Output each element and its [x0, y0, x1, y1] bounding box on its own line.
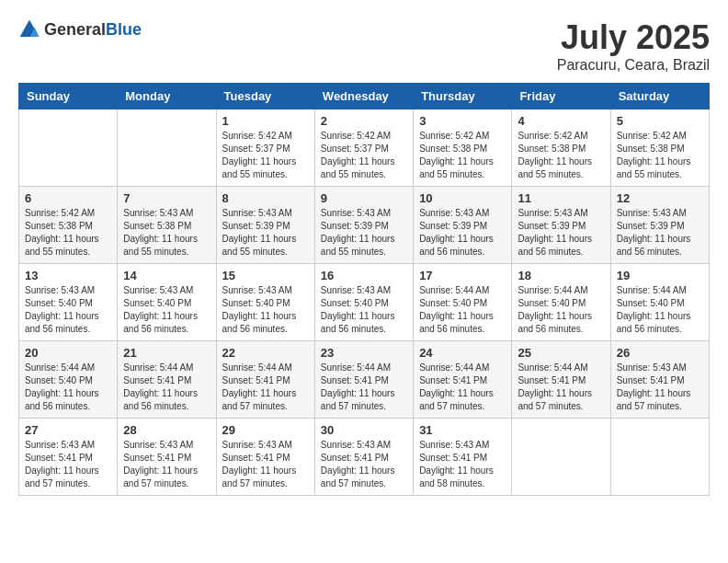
day-info: Sunrise: 5:43 AM Sunset: 5:38 PM Dayligh… — [123, 207, 210, 259]
calendar-cell: 15Sunrise: 5:43 AM Sunset: 5:40 PM Dayli… — [216, 264, 314, 341]
calendar-cell: 8Sunrise: 5:43 AM Sunset: 5:39 PM Daylig… — [216, 187, 314, 264]
day-info: Sunrise: 5:43 AM Sunset: 5:39 PM Dayligh… — [617, 207, 703, 259]
day-number: 27 — [25, 423, 111, 437]
calendar-cell: 3Sunrise: 5:42 AM Sunset: 5:38 PM Daylig… — [414, 109, 512, 187]
page-header: GeneralBlue July 2025 Paracuru, Ceara, B… — [18, 18, 710, 74]
calendar-cell: 13Sunrise: 5:43 AM Sunset: 5:40 PM Dayli… — [19, 264, 118, 341]
weekday-header-thursday: Thursday — [414, 84, 512, 109]
day-number: 13 — [25, 269, 111, 282]
calendar-cell: 22Sunrise: 5:44 AM Sunset: 5:41 PM Dayli… — [216, 341, 314, 419]
day-info: Sunrise: 5:44 AM Sunset: 5:40 PM Dayligh… — [617, 284, 703, 336]
calendar-cell: 2Sunrise: 5:42 AM Sunset: 5:37 PM Daylig… — [314, 109, 413, 187]
day-number: 21 — [123, 346, 210, 360]
day-info: Sunrise: 5:43 AM Sunset: 5:41 PM Dayligh… — [419, 439, 506, 490]
calendar-cell: 7Sunrise: 5:43 AM Sunset: 5:38 PM Daylig… — [118, 187, 216, 264]
week-row-2: 13Sunrise: 5:43 AM Sunset: 5:40 PM Dayli… — [19, 264, 710, 341]
calendar-cell: 14Sunrise: 5:43 AM Sunset: 5:40 PM Dayli… — [118, 264, 216, 341]
day-number: 17 — [419, 269, 506, 282]
day-info: Sunrise: 5:44 AM Sunset: 5:41 PM Dayligh… — [518, 362, 604, 413]
weekday-header-monday: Monday — [118, 84, 216, 109]
day-info: Sunrise: 5:43 AM Sunset: 5:39 PM Dayligh… — [518, 207, 604, 259]
calendar-cell: 24Sunrise: 5:44 AM Sunset: 5:41 PM Dayli… — [414, 341, 512, 419]
day-info: Sunrise: 5:43 AM Sunset: 5:40 PM Dayligh… — [321, 284, 407, 336]
day-info: Sunrise: 5:43 AM Sunset: 5:41 PM Dayligh… — [617, 362, 703, 413]
calendar-cell: 25Sunrise: 5:44 AM Sunset: 5:41 PM Dayli… — [512, 341, 610, 419]
day-number: 2 — [321, 114, 407, 128]
week-row-0: 1Sunrise: 5:42 AM Sunset: 5:37 PM Daylig… — [19, 109, 710, 187]
location-title: Paracuru, Ceara, Brazil — [557, 57, 710, 74]
day-info: Sunrise: 5:44 AM Sunset: 5:41 PM Dayligh… — [222, 362, 309, 413]
day-info: Sunrise: 5:43 AM Sunset: 5:40 PM Dayligh… — [25, 284, 111, 336]
day-number: 29 — [222, 423, 309, 437]
day-info: Sunrise: 5:43 AM Sunset: 5:41 PM Dayligh… — [123, 439, 210, 490]
day-number: 12 — [617, 191, 703, 205]
day-number: 20 — [25, 346, 111, 360]
calendar-cell: 5Sunrise: 5:42 AM Sunset: 5:38 PM Daylig… — [610, 109, 709, 187]
day-info: Sunrise: 5:42 AM Sunset: 5:38 PM Dayligh… — [518, 130, 604, 181]
calendar-cell: 10Sunrise: 5:43 AM Sunset: 5:39 PM Dayli… — [414, 187, 512, 264]
weekday-header-row: SundayMondayTuesdayWednesdayThursdayFrid… — [19, 84, 710, 109]
day-number: 9 — [321, 191, 407, 205]
calendar-cell: 31Sunrise: 5:43 AM Sunset: 5:41 PM Dayli… — [414, 419, 512, 496]
day-info: Sunrise: 5:42 AM Sunset: 5:38 PM Dayligh… — [25, 207, 111, 259]
title-section: July 2025 Paracuru, Ceara, Brazil — [557, 18, 710, 74]
month-title: July 2025 — [557, 18, 710, 57]
day-info: Sunrise: 5:44 AM Sunset: 5:40 PM Dayligh… — [419, 284, 506, 336]
day-info: Sunrise: 5:44 AM Sunset: 5:41 PM Dayligh… — [321, 362, 407, 413]
week-row-1: 6Sunrise: 5:42 AM Sunset: 5:38 PM Daylig… — [19, 187, 710, 264]
calendar-cell: 6Sunrise: 5:42 AM Sunset: 5:38 PM Daylig… — [19, 187, 118, 264]
calendar-cell: 23Sunrise: 5:44 AM Sunset: 5:41 PM Dayli… — [314, 341, 413, 419]
logo-blue: Blue — [106, 20, 142, 39]
calendar-cell: 19Sunrise: 5:44 AM Sunset: 5:40 PM Dayli… — [610, 264, 709, 341]
weekday-header-wednesday: Wednesday — [314, 84, 413, 109]
week-row-3: 20Sunrise: 5:44 AM Sunset: 5:40 PM Dayli… — [19, 341, 710, 419]
day-number: 23 — [321, 346, 407, 360]
day-number: 26 — [617, 346, 703, 360]
logo: GeneralBlue — [18, 18, 142, 40]
day-number: 25 — [518, 346, 604, 360]
calendar-cell: 27Sunrise: 5:43 AM Sunset: 5:41 PM Dayli… — [19, 419, 118, 496]
calendar-cell: 12Sunrise: 5:43 AM Sunset: 5:39 PM Dayli… — [610, 187, 709, 264]
weekday-header-saturday: Saturday — [610, 84, 709, 109]
day-info: Sunrise: 5:42 AM Sunset: 5:38 PM Dayligh… — [419, 130, 506, 181]
day-number: 4 — [518, 114, 604, 128]
calendar-cell: 9Sunrise: 5:43 AM Sunset: 5:39 PM Daylig… — [314, 187, 413, 264]
calendar-cell — [512, 419, 610, 496]
calendar-cell: 29Sunrise: 5:43 AM Sunset: 5:41 PM Dayli… — [216, 419, 314, 496]
day-number: 6 — [25, 191, 111, 205]
calendar-cell: 1Sunrise: 5:42 AM Sunset: 5:37 PM Daylig… — [216, 109, 314, 187]
calendar-cell — [19, 109, 118, 187]
day-info: Sunrise: 5:42 AM Sunset: 5:37 PM Dayligh… — [222, 130, 309, 181]
day-info: Sunrise: 5:43 AM Sunset: 5:39 PM Dayligh… — [222, 207, 309, 259]
day-info: Sunrise: 5:43 AM Sunset: 5:41 PM Dayligh… — [222, 439, 309, 490]
logo-text: GeneralBlue — [44, 20, 142, 40]
day-number: 15 — [222, 269, 309, 282]
weekday-header-sunday: Sunday — [19, 84, 118, 109]
calendar-cell — [610, 419, 709, 496]
day-info: Sunrise: 5:44 AM Sunset: 5:41 PM Dayligh… — [419, 362, 506, 413]
calendar-cell: 28Sunrise: 5:43 AM Sunset: 5:41 PM Dayli… — [118, 419, 216, 496]
calendar-cell — [118, 109, 216, 187]
day-number: 14 — [123, 269, 210, 282]
calendar-cell: 4Sunrise: 5:42 AM Sunset: 5:38 PM Daylig… — [512, 109, 610, 187]
day-info: Sunrise: 5:42 AM Sunset: 5:37 PM Dayligh… — [321, 130, 407, 181]
day-info: Sunrise: 5:43 AM Sunset: 5:39 PM Dayligh… — [321, 207, 407, 259]
day-number: 31 — [419, 423, 506, 437]
calendar-cell: 11Sunrise: 5:43 AM Sunset: 5:39 PM Dayli… — [512, 187, 610, 264]
day-number: 5 — [617, 114, 703, 128]
day-number: 7 — [123, 191, 210, 205]
day-info: Sunrise: 5:43 AM Sunset: 5:40 PM Dayligh… — [222, 284, 309, 336]
weekday-header-friday: Friday — [512, 84, 610, 109]
calendar-table: SundayMondayTuesdayWednesdayThursdayFrid… — [18, 83, 710, 496]
calendar-cell: 30Sunrise: 5:43 AM Sunset: 5:41 PM Dayli… — [314, 419, 413, 496]
calendar-cell: 17Sunrise: 5:44 AM Sunset: 5:40 PM Dayli… — [414, 264, 512, 341]
day-number: 10 — [419, 191, 506, 205]
day-info: Sunrise: 5:43 AM Sunset: 5:41 PM Dayligh… — [321, 439, 407, 490]
day-number: 19 — [617, 269, 703, 282]
day-number: 18 — [518, 269, 604, 282]
day-info: Sunrise: 5:42 AM Sunset: 5:38 PM Dayligh… — [617, 130, 703, 181]
day-info: Sunrise: 5:43 AM Sunset: 5:41 PM Dayligh… — [25, 439, 111, 490]
logo-general: General — [44, 20, 106, 39]
calendar-cell: 20Sunrise: 5:44 AM Sunset: 5:40 PM Dayli… — [19, 341, 118, 419]
calendar-cell: 21Sunrise: 5:44 AM Sunset: 5:41 PM Dayli… — [118, 341, 216, 419]
